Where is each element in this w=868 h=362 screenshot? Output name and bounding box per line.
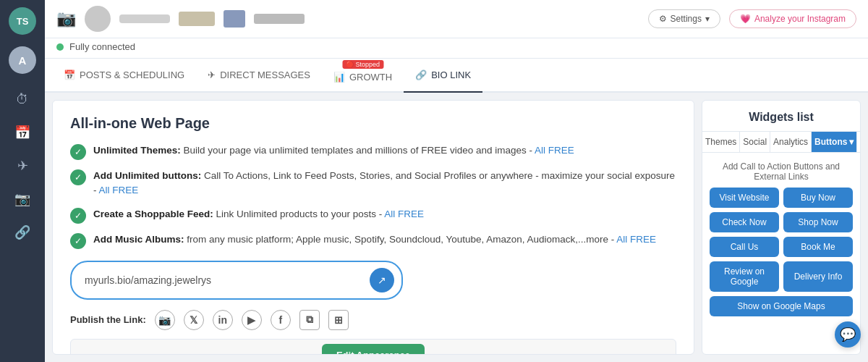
sidebar-a-avatar[interactable]: A (9, 46, 36, 74)
cta-buy-now[interactable]: Buy Now (783, 188, 853, 208)
sidebar-icon-calendar[interactable]: 📅 (9, 119, 36, 146)
sidebar-icon-link[interactable]: 🔗 (9, 219, 36, 246)
cta-book-me[interactable]: Book Me (783, 237, 853, 257)
send-icon: ✈ (208, 70, 216, 80)
analyze-button[interactable]: 💗 Analyze your Instagram (729, 9, 856, 28)
cta-review-google[interactable]: Review on Google (710, 261, 779, 292)
check-icon-4: ✓ (70, 233, 86, 249)
cta-visit-website[interactable]: Visit Website (710, 188, 779, 208)
edit-appearance-area: Edit Appearance (70, 339, 676, 355)
status-text: Fully connected (69, 41, 135, 52)
chevron-down-icon: ▾ (705, 14, 710, 24)
chat-fab-button[interactable]: 💬 (835, 321, 861, 348)
sidebar-icon-send[interactable]: ✈ (9, 152, 36, 180)
widgets-sub-text: Add Call to Action Buttons and External … (702, 153, 860, 188)
feature-music: ✓ Add Music Albums: from any music platf… (70, 232, 676, 249)
cta-shop-now[interactable]: Shop Now (783, 212, 853, 232)
cta-call-us[interactable]: Call Us (710, 237, 779, 257)
check-icon-3: ✓ (70, 208, 86, 224)
link-icon: 🔗 (415, 70, 427, 80)
tab-growth[interactable]: 🔴 Stopped 📊 GROWTH (322, 59, 404, 93)
cta-delivery-info[interactable]: Delivery Info (783, 261, 853, 292)
account-avatar (85, 6, 111, 32)
feature-buttons: ✓ Add Unlimited buttons: Call To Actions… (70, 169, 676, 198)
tab-biolink[interactable]: 🔗 BIO LINK (404, 59, 482, 93)
stat-bar-1 (179, 12, 215, 26)
main-panel: All-in-one Web Page ✓ Unlimited Themes: … (52, 100, 694, 355)
widgets-tab-inbox[interactable]: Inbox (857, 132, 861, 152)
sidebar-ts-avatar[interactable]: TS (9, 7, 36, 35)
edit-appearance-button[interactable]: Edit Appearance (322, 344, 425, 355)
feature-shoppable: ✓ Create a Shoppable Feed: Link Unlimite… (70, 207, 676, 224)
sidebar: TS A ⏱ 📅 ✈ 📷 🔗 (0, 0, 45, 362)
widgets-tab-buttons[interactable]: Buttons ▾ (812, 132, 857, 152)
feature-themes: ✓ Unlimited Themes: Build your page via … (70, 143, 676, 160)
music-link[interactable]: All FREE (616, 234, 656, 245)
panel-title: All-in-one Web Page (70, 115, 676, 132)
widgets-panel: Widgets list Themes Social Analytics But… (702, 100, 861, 355)
themes-link[interactable]: All FREE (535, 145, 574, 156)
account-name-placeholder (119, 14, 170, 23)
buttons-link[interactable]: All FREE (99, 185, 139, 195)
status-bar: Fully connected (45, 38, 868, 59)
publish-copy-icon[interactable]: ⧉ (299, 310, 320, 330)
content-area: All-in-one Web Page ✓ Unlimited Themes: … (45, 93, 868, 362)
feature-music-text: Add Music Albums: from any music platfor… (93, 232, 656, 247)
stat-bar-2 (224, 10, 245, 28)
publish-instagram-icon[interactable]: 📷 (155, 310, 175, 330)
shoppable-link[interactable]: All FREE (384, 209, 424, 219)
publish-youtube-icon[interactable]: ▶ (242, 310, 262, 330)
feature-buttons-text: Add Unlimited buttons: Call To Actions, … (93, 169, 676, 198)
sidebar-icon-clock[interactable]: ⏱ (9, 85, 36, 113)
widgets-tab-themes[interactable]: Themes (702, 132, 740, 152)
cta-show-google-maps[interactable]: Show on Google Maps (710, 296, 853, 316)
chart-icon: 📊 (333, 72, 345, 83)
chevron-down-icon: ▾ (849, 137, 854, 147)
publish-twitter-icon[interactable]: 𝕏 (184, 310, 204, 330)
cta-buttons-grid: Visit Website Buy Now Check Now Shop Now… (702, 188, 860, 324)
status-dot (56, 43, 64, 51)
settings-button[interactable]: ⚙ Settings ▾ (648, 9, 720, 28)
tab-dm[interactable]: ✈ DIRECT MESSAGES (196, 59, 322, 93)
widgets-tab-social[interactable]: Social (740, 132, 770, 152)
widgets-tab-analytics[interactable]: Analytics (770, 132, 812, 152)
instagram-icon: 📷 (56, 9, 76, 28)
sidebar-icon-instagram[interactable]: 📷 (9, 185, 36, 213)
publish-row: Publish the Link: 📷 𝕏 in ▶ f ⧉ ⊞ (70, 310, 676, 330)
gear-icon: ⚙ (659, 14, 667, 24)
url-value: myurls.bio/amazing.jewelrys (85, 274, 370, 286)
widgets-title: Widgets list (702, 101, 860, 132)
calendar-icon: 📅 (64, 70, 75, 80)
tab-posts[interactable]: 📅 POSTS & SCHEDULING (52, 59, 196, 93)
cta-check-now[interactable]: Check Now (710, 212, 779, 232)
publish-linkedin-icon[interactable]: in (213, 310, 233, 330)
heart-icon: 💗 (740, 14, 751, 24)
publish-qr-icon[interactable]: ⊞ (328, 310, 349, 330)
publish-label: Publish the Link: (70, 314, 146, 325)
feature-shoppable-text: Create a Shoppable Feed: Link Unlimited … (93, 207, 424, 222)
check-icon-2: ✓ (70, 169, 86, 185)
tab-bar: 📅 POSTS & SCHEDULING ✈ DIRECT MESSAGES 🔴… (45, 59, 868, 93)
topbar: 📷 ⚙ Settings ▾ 💗 Analyze your Instagram (45, 0, 868, 38)
url-open-button[interactable]: ↗ (370, 268, 394, 292)
stat-bar-3 (254, 14, 305, 24)
main-area: 📷 ⚙ Settings ▾ 💗 Analyze your Instagram … (45, 0, 868, 362)
feature-themes-text: Unlimited Themes: Build your page via un… (93, 143, 574, 158)
url-bar: myurls.bio/amazing.jewelrys ↗ (70, 261, 403, 300)
publish-facebook-icon[interactable]: f (271, 310, 291, 330)
check-icon-1: ✓ (70, 144, 86, 160)
widgets-tab-bar: Themes Social Analytics Buttons ▾ Inbox (702, 132, 860, 153)
stopped-badge: 🔴 Stopped (342, 60, 383, 69)
